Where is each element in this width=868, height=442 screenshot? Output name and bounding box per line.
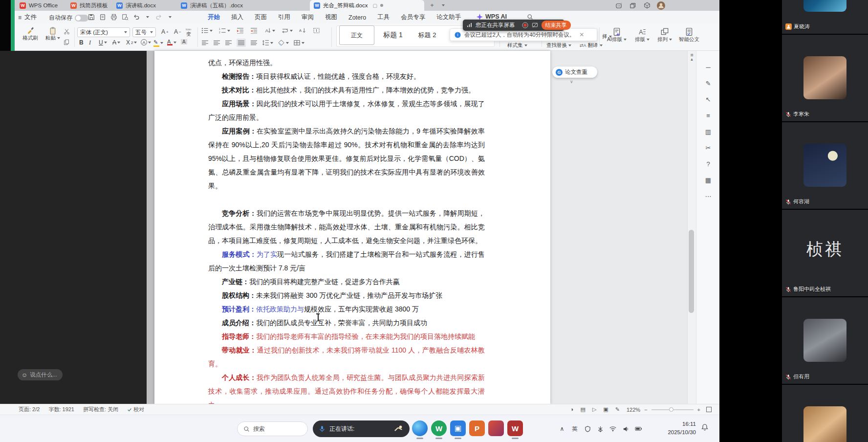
undo-icon[interactable] — [132, 13, 141, 22]
underline-button[interactable]: U — [99, 39, 107, 46]
status-page[interactable]: 页面: 2/2 — [19, 406, 40, 413]
status-words[interactable]: 字数: 1921 — [48, 406, 74, 413]
more-tools-icon[interactable]: ⋯ — [696, 189, 720, 203]
superscript-button[interactable]: X2 — [126, 39, 137, 46]
plugin-icon[interactable]: ▦ — [696, 173, 720, 187]
menu-tab-审阅[interactable]: 审阅 — [302, 13, 314, 22]
undo-menu-icon[interactable] — [143, 13, 152, 22]
participant-tile-5[interactable] — [782, 385, 868, 442]
participant-tile-2[interactable]: 何容湖 — [782, 122, 868, 209]
strikethrough-button[interactable]: A — [112, 39, 120, 46]
borders-icon[interactable] — [293, 40, 304, 46]
layout-button[interactable]: A 排版 — [631, 27, 653, 43]
paper-check-button[interactable]: G 论文查重 — [552, 66, 597, 78]
wps-app-icon[interactable]: W — [431, 420, 447, 436]
style-heading2[interactable]: 标题 2 — [412, 25, 443, 45]
align-left-icon[interactable] — [201, 40, 209, 46]
menu-tab-论文助手[interactable]: 论文助手 — [436, 13, 461, 22]
line-spacing-icon[interactable] — [262, 40, 273, 46]
autosave-toggle[interactable] — [75, 15, 88, 22]
export-icon[interactable] — [98, 13, 107, 22]
bold-button[interactable]: B — [79, 39, 84, 46]
wifi-icon[interactable] — [608, 423, 618, 434]
paragraph-5[interactable] — [208, 193, 485, 206]
window-tab-0[interactable]: WWPS Office — [16, 0, 65, 11]
show-marks-icon[interactable] — [313, 27, 320, 34]
window-tab-1[interactable]: W找简历模板 — [66, 0, 110, 11]
smart-doc-button[interactable]: 智能公文 — [676, 27, 702, 43]
new-tab-button[interactable]: + — [428, 1, 436, 10]
paragraph-3[interactable]: 应用场景：因此我们的技术可以用于土壤修复，水体修复，景观生态等多领域，展现了广泛… — [208, 97, 485, 124]
grow-font-button[interactable]: A+ — [161, 28, 169, 35]
sort-icon[interactable]: A — [299, 27, 306, 34]
tray-expand-icon[interactable]: ∧ — [557, 423, 567, 434]
read-mode-icon[interactable]: ▣ — [603, 406, 608, 413]
char-shading-button[interactable]: A — [181, 39, 187, 44]
paragraph-4[interactable]: 应用案例：在实验室监测中显示出高效持久的污染物去除能力，9 年循环实验降解效率保… — [208, 124, 485, 193]
align-justify-icon[interactable] — [237, 39, 246, 47]
font-size-select[interactable]: 五号 — [132, 27, 156, 37]
menu-tab-会员专享[interactable]: 会员专享 — [401, 13, 425, 22]
window-tab-4[interactable]: W光合_答辩稿.docx▢ — [310, 0, 424, 11]
adjust-icon[interactable]: ≡ — [696, 108, 720, 123]
single-page-icon[interactable]: ▤ — [580, 406, 585, 413]
vertical-scrollbar[interactable]: ≣▲ — [687, 51, 696, 404]
edit-mode-icon[interactable]: ✎ — [615, 406, 620, 413]
print-preview-icon[interactable] — [121, 13, 130, 22]
participant-tile-3[interactable]: 桢祺鲁阳中药全桢祺 — [782, 210, 868, 296]
decrease-indent-icon[interactable] — [237, 27, 244, 34]
paragraph-1[interactable]: 检测报告：项目获得权威认证，性能优越，强度合格，环境友好。 — [208, 69, 485, 83]
font-color-button[interactable]: A — [167, 39, 176, 45]
increase-indent-icon[interactable] — [250, 27, 258, 34]
participant-tile-4[interactable]: 但有用 — [782, 297, 868, 384]
status-proofread[interactable]: 校对 — [127, 406, 144, 413]
ai-assistant-icon[interactable] — [614, 1, 623, 10]
status-spellcheck[interactable]: 拼写检查: 关闭 — [83, 406, 118, 413]
window-tab-2[interactable]: W演讲稿.docx — [112, 0, 175, 11]
paragraph-0[interactable]: 优点，环保适用性强。 — [208, 56, 485, 69]
numbering-icon[interactable]: 12 — [219, 27, 230, 34]
style-set-button[interactable]: 样式集 — [507, 42, 527, 49]
cut-button[interactable] — [64, 28, 70, 35]
paragraph-8[interactable]: 产业链：我们的项目将构建完整产业链，促进多方合作共赢 — [208, 275, 485, 288]
fit-page-button[interactable] — [706, 407, 712, 412]
participant-tile-1[interactable]: 李寒朱 — [782, 35, 868, 121]
close-icon[interactable]: ✕ — [579, 31, 584, 38]
redo-icon[interactable] — [154, 13, 163, 22]
powerpoint-app-icon[interactable]: P — [469, 420, 485, 436]
workspace-icon[interactable] — [643, 1, 651, 10]
menu-tab-页面[interactable]: 页面 — [255, 13, 267, 22]
menu-tab-Zotero[interactable]: Zotero — [348, 14, 366, 21]
style-heading1[interactable]: 标题 1 — [377, 25, 409, 45]
restore-window-icon[interactable] — [628, 1, 637, 10]
document-text[interactable]: 优点，环保适用性强。检测报告：项目获得权威认证，性能优越，强度合格，环境友好。技… — [208, 56, 485, 412]
enclosed-char-button[interactable]: A — [141, 39, 151, 45]
arrange-button[interactable]: 排列 — [654, 27, 675, 43]
find-replace-button[interactable]: 查找替换 — [546, 42, 571, 49]
menu-tab-工具[interactable]: 工具 — [377, 13, 390, 22]
print-icon[interactable] — [109, 13, 118, 22]
cut-tool-icon[interactable]: ✂ — [696, 140, 720, 155]
taskbar-clock[interactable]: 16:11 2025/10/30 — [659, 420, 696, 437]
paper-check-collapse-icon[interactable]: ∨ — [570, 79, 573, 84]
battery-icon[interactable] — [633, 423, 643, 434]
zoom-in-button[interactable]: + — [697, 407, 700, 413]
text-direction-icon[interactable]: A — [264, 27, 275, 34]
paragraph-2[interactable]: 技术对比：相比其他技术，我们的技术具有适用性广，降本增效的优势，竞争力强。 — [208, 83, 485, 97]
file-menu[interactable]: ≡ 文件 — [18, 13, 37, 22]
user-avatar[interactable] — [656, 1, 665, 10]
format-painter-button[interactable]: 格式刷 — [21, 26, 40, 42]
tab-list-button[interactable] — [439, 1, 448, 10]
copy-button[interactable] — [64, 39, 70, 45]
end-share-button[interactable]: 结束共享 — [542, 21, 571, 30]
paragraph-7[interactable]: 服务模式：为了实现一站式服务，我们搭建了土壤检测平台和一站式服务流程，进行售后的… — [208, 247, 485, 275]
pen-icon[interactable]: ✎ — [696, 76, 720, 90]
highlight-button[interactable]: ✎ — [153, 39, 163, 47]
collapse-icon[interactable]: ─ — [696, 60, 720, 74]
zoom-slider[interactable] — [651, 409, 694, 410]
window-tab-3[interactable]: W演讲稿（五稿）.docx — [177, 0, 307, 11]
help-icon[interactable]: ? — [696, 156, 720, 171]
zoom-out-button[interactable]: − — [644, 407, 647, 413]
scrollbar-thumb[interactable] — [689, 230, 694, 313]
taskbar-search[interactable]: 搜索 — [237, 421, 308, 436]
